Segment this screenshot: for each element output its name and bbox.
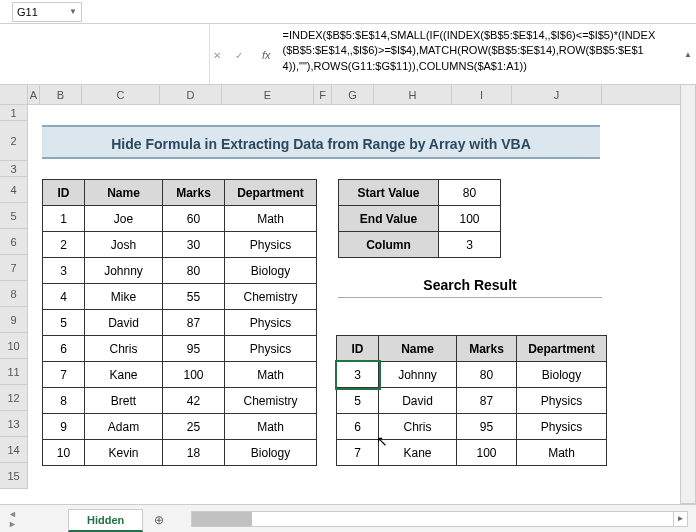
fx-label[interactable]: fx (262, 49, 271, 61)
row-headers: 1 2 3 4 5 6 7 8 9 10 11 12 13 14 15 (0, 105, 28, 489)
table-row: 3Johnny80Biology (337, 362, 607, 388)
param-label[interactable]: End Value (339, 206, 439, 232)
col-header[interactable]: B (40, 85, 82, 104)
th-dept[interactable]: Department (517, 336, 607, 362)
row-header[interactable]: 13 (0, 411, 28, 437)
th-id[interactable]: ID (43, 180, 85, 206)
th-marks[interactable]: Marks (457, 336, 517, 362)
students-table: ID Name Marks Department 1Joe60Math 2Jos… (42, 179, 317, 466)
params-table: Start Value80 End Value100 Column3 (338, 179, 501, 258)
formula-bar[interactable]: =INDEX($B$5:$E$14,SMALL(IF((INDEX($B$5:$… (271, 24, 680, 84)
col-header[interactable]: G (332, 85, 374, 104)
table-row: 7Kane100Math (43, 362, 317, 388)
col-header[interactable]: H (374, 85, 452, 104)
table-row: 2Josh30Physics (43, 232, 317, 258)
chevron-down-icon[interactable]: ▼ (69, 7, 77, 16)
table-header-row: ID Name Marks Department (43, 180, 317, 206)
table-row: End Value100 (339, 206, 501, 232)
results-table: ID Name Marks Department 3Johnny80Biolog… (336, 335, 607, 466)
cancel-formula-icon[interactable]: ✕ (210, 48, 224, 62)
row-header[interactable]: 6 (0, 229, 28, 255)
row-header[interactable]: 4 (0, 177, 28, 203)
row-header[interactable]: 12 (0, 385, 28, 411)
collapse-formula-icon[interactable]: ▲ (680, 24, 696, 84)
page-title: Hide Formula in Extracting Data from Ran… (42, 125, 600, 159)
table-row: 3Johnny80Biology (43, 258, 317, 284)
col-header[interactable]: I (452, 85, 512, 104)
name-box[interactable]: G11 ▼ (12, 2, 82, 22)
row-header[interactable]: 7 (0, 255, 28, 281)
table-row: 6Chris95Physics (337, 414, 607, 440)
param-label[interactable]: Start Value (339, 180, 439, 206)
col-header[interactable]: J (512, 85, 602, 104)
table-row: Start Value80 (339, 180, 501, 206)
tab-nav-arrows[interactable]: ◄ ► (0, 509, 28, 529)
sheet-tab-active[interactable]: Hidden (68, 509, 143, 532)
accept-formula-icon[interactable]: ✓ (232, 48, 246, 62)
scroll-thumb[interactable] (192, 512, 252, 526)
th-id[interactable]: ID (337, 336, 379, 362)
col-header[interactable]: E (222, 85, 314, 104)
row-header[interactable]: 14 (0, 437, 28, 463)
vertical-scrollbar[interactable] (680, 84, 696, 504)
table-row: Column3 (339, 232, 501, 258)
th-dept[interactable]: Department (225, 180, 317, 206)
th-marks[interactable]: Marks (163, 180, 225, 206)
th-name[interactable]: Name (379, 336, 457, 362)
row-header[interactable]: 15 (0, 463, 28, 489)
table-row: 1Joe60Math (43, 206, 317, 232)
param-value[interactable]: 3 (439, 232, 501, 258)
param-label[interactable]: Column (339, 232, 439, 258)
row-header[interactable]: 11 (0, 359, 28, 385)
table-row: 10Kevin18Biology (43, 440, 317, 466)
table-row: 6Chris95Physics (43, 336, 317, 362)
col-header[interactable]: F (314, 85, 332, 104)
table-row: 9Adam25Math (43, 414, 317, 440)
table-row: 7Kane100Math (337, 440, 607, 466)
param-value[interactable]: 100 (439, 206, 501, 232)
column-headers: A B C D E F G H I J (0, 85, 696, 105)
col-header[interactable]: C (82, 85, 160, 104)
table-header-row: ID Name Marks Department (337, 336, 607, 362)
table-row: 8Brett42Chemistry (43, 388, 317, 414)
status-bar: ◄ ► Hidden ⊕ ◄ ► (0, 504, 696, 532)
row-header[interactable]: 1 (0, 105, 28, 121)
table-row: 5David87Physics (337, 388, 607, 414)
row-header[interactable]: 2 (0, 121, 28, 161)
row-header[interactable]: 5 (0, 203, 28, 229)
active-cell[interactable]: 3 (337, 362, 379, 388)
row-header[interactable]: 3 (0, 161, 28, 177)
horizontal-scrollbar[interactable]: ◄ ► (191, 511, 688, 527)
add-sheet-icon[interactable]: ⊕ (147, 508, 171, 532)
row-header[interactable]: 9 (0, 307, 28, 333)
row-header[interactable]: 10 (0, 333, 28, 359)
search-result-title: Search Result (338, 277, 602, 298)
param-value[interactable]: 80 (439, 180, 501, 206)
col-header[interactable]: A (28, 85, 40, 104)
scroll-right-icon[interactable]: ► (673, 512, 687, 526)
worksheet[interactable]: Hide Formula in Extracting Data from Ran… (28, 105, 696, 489)
name-box-text: G11 (17, 6, 38, 18)
table-row: 5David87Physics (43, 310, 317, 336)
row-header[interactable]: 8 (0, 281, 28, 307)
table-row: 4Mike55Chemistry (43, 284, 317, 310)
th-name[interactable]: Name (85, 180, 163, 206)
col-header[interactable]: D (160, 85, 222, 104)
select-all-corner[interactable] (0, 85, 28, 104)
